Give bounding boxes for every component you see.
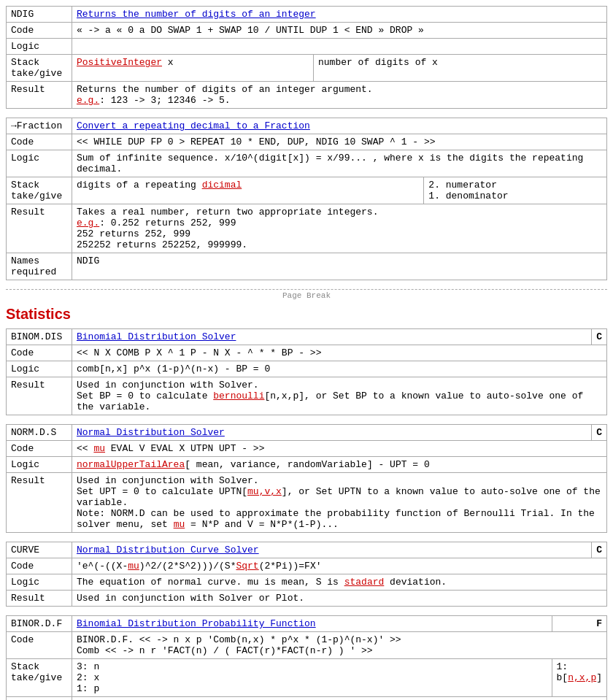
ndig-logic-value [72, 39, 607, 55]
binor-df-code-label: Code [7, 632, 72, 659]
binor-df-result-value: Returns the Binomial distribution functi… [72, 697, 607, 701]
ndig-table: NDIG Returns the number of digits of an … [6, 6, 607, 109]
norm-ds-title-cell: NORM.D.S [7, 425, 72, 441]
binor-df-result-label: Result [7, 697, 72, 701]
binom-dis-title-cell: BINOM.DIS [7, 329, 72, 345]
binom-dis-code-value: << N X COMB P X ^ 1 P - N X - ^ * * BP -… [72, 345, 607, 361]
binom-dis-right: C [592, 329, 607, 345]
norm-ds-title-link: Normal Distribution Solver [72, 425, 592, 441]
ndig-stack-right: number of digits of x [314, 55, 607, 82]
norm-ds-table: NORM.D.S Normal Distribution Solver C Co… [6, 424, 607, 533]
fraction-names-label: Namesrequired [7, 253, 72, 280]
fraction-title-cell: →Fraction [7, 118, 72, 134]
binom-dis-result-label: Result [7, 377, 72, 415]
curve-logic-value: The equation of normal curve. mu is mean… [72, 574, 607, 591]
curve-result-value: Used in conjunction with Solver or Plot. [72, 591, 607, 607]
curve-table: CURVE Normal Distribution Curve Solver C… [6, 542, 607, 607]
binor-df-stack-label: Stacktake/give [7, 659, 72, 697]
fraction-code-label: Code [7, 134, 72, 150]
fraction-stack-right: 2. numerator1. denominator [424, 177, 607, 204]
ndig-stack-left: PositiveInteger x [72, 55, 314, 82]
norm-ds-code-label: Code [7, 441, 72, 457]
ndig-stack-label: Stacktake/give [7, 55, 72, 82]
binom-dis-table: BINOM.DIS Binomial Distribution Solver C… [6, 328, 607, 415]
binom-dis-code-label: Code [7, 345, 72, 361]
curve-code-label: Code [7, 558, 72, 574]
binom-dis-result-value: Used in conjunction with Solver.Set BP =… [72, 377, 607, 415]
norm-ds-result-value: Used in conjunction with Solver.Set UPT … [72, 473, 607, 533]
binom-dis-title-link: Binomial Distribution Solver [72, 329, 592, 345]
statistics-section-title: Statistics [6, 306, 607, 323]
binor-df-title-link: Binomial Distribution Probability Functi… [72, 616, 552, 632]
ndig-code-value: « -> a « 0 a DO SWAP 1 + SWAP 10 / UNTIL… [72, 23, 607, 39]
ndig-title-link: Returns the number of digits of an integ… [72, 7, 607, 23]
binom-dis-logic-value: comb[n,x] p^x (1-p)^(n-x) - BP = 0 [72, 361, 607, 377]
ndig-title-cell: NDIG [7, 7, 72, 23]
fraction-stack-label: Stacktake/give [7, 177, 72, 204]
curve-code-value: 'e^(-((X-mu)^2/(2*S^2)))/(S*Sqrt(2*Pi))=… [72, 558, 607, 574]
fraction-logic-value: Sum of infinite sequence. x/10^(digit[x]… [72, 150, 607, 177]
fraction-logic-label: Logic [7, 150, 72, 177]
fraction-names-value: NDIG [72, 253, 607, 280]
binor-df-code-value: BINOR.D.F. << -> n x p 'Comb(n,x) * p^x … [72, 632, 607, 659]
curve-title-cell: CURVE [7, 542, 72, 558]
ndig-result-label: Result [7, 82, 72, 109]
fraction-table: →Fraction Convert a repeating decimal to… [6, 118, 607, 280]
fraction-result-label: Result [7, 204, 72, 253]
norm-ds-logic-value: normalUpperTailArea[ mean, variance, ran… [72, 457, 607, 473]
binor-df-right: F [552, 616, 606, 632]
curve-right: C [592, 542, 607, 558]
binor-df-title-cell: BINOR.D.F [7, 616, 72, 632]
norm-ds-right: C [592, 425, 607, 441]
curve-result-label: Result [7, 591, 72, 607]
ndig-result-value: Returns the number of digits of an integ… [72, 82, 607, 109]
fraction-stack-left: digits of a repeating dicimal [72, 177, 424, 204]
page-break: Page Break [6, 289, 607, 300]
fraction-code-value: << WHILE DUP FP 0 > REPEAT 10 * END, DUP… [72, 134, 607, 150]
norm-ds-code-value: << mu EVAL V EVAL X UTPN UPT - >> [72, 441, 607, 457]
binom-dis-logic-label: Logic [7, 361, 72, 377]
norm-ds-result-label: Result [7, 473, 72, 533]
curve-logic-label: Logic [7, 574, 72, 591]
ndig-logic-label: Logic [7, 39, 72, 55]
binor-df-stack-left: 3: n2: x1: p [72, 659, 552, 697]
fraction-result-value: Takes a real number, return two appropri… [72, 204, 607, 253]
norm-ds-logic-label: Logic [7, 457, 72, 473]
binor-df-table: BINOR.D.F Binomial Distribution Probabil… [6, 615, 607, 700]
fraction-title-link: Convert a repeating decimal to a Fractio… [72, 118, 607, 134]
ndig-code-label: Code [7, 23, 72, 39]
curve-title-link: Normal Distribution Curve Solver [72, 542, 592, 558]
binor-df-stack-right: 1: b[n,x,p] [552, 659, 606, 697]
